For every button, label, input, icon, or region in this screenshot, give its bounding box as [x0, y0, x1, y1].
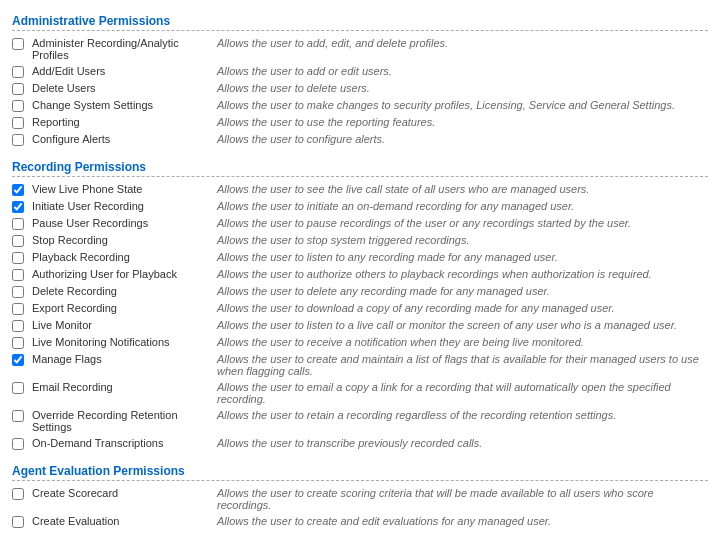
- permission-row: Administer Recording/Analytic ProfilesAl…: [12, 35, 708, 63]
- section-header-administrative: Administrative Permissions: [12, 8, 708, 31]
- configure-alerts-input-col: [12, 133, 32, 146]
- view-live-phone-state-checkbox[interactable]: [12, 184, 24, 196]
- live-monitoring-notifications-desc: Allows the user to receive a notificatio…: [217, 336, 708, 348]
- pause-user-recordings-input-col: [12, 217, 32, 230]
- administer-recording-label: Administer Recording/Analytic Profiles: [32, 37, 217, 61]
- permission-row: Email RecordingAllows the user to email …: [12, 379, 708, 407]
- manage-flags-checkbox[interactable]: [12, 354, 24, 366]
- section-agent-evaluation: Agent Evaluation PermissionsCreate Score…: [12, 458, 708, 530]
- permission-row: Delete UsersAllows the user to delete us…: [12, 80, 708, 97]
- pause-user-recordings-checkbox[interactable]: [12, 218, 24, 230]
- manage-flags-label: Manage Flags: [32, 353, 217, 365]
- add-edit-users-label: Add/Edit Users: [32, 65, 217, 77]
- stop-recording-label: Stop Recording: [32, 234, 217, 246]
- override-recording-retention-desc: Allows the user to retain a recording re…: [217, 409, 708, 421]
- live-monitoring-notifications-checkbox[interactable]: [12, 337, 24, 349]
- live-monitor-checkbox[interactable]: [12, 320, 24, 332]
- authorizing-user-playback-desc: Allows the user to authorize others to p…: [217, 268, 708, 280]
- authorizing-user-playback-input-col: [12, 268, 32, 281]
- export-recording-checkbox[interactable]: [12, 303, 24, 315]
- change-system-settings-input-col: [12, 99, 32, 112]
- delete-recording-checkbox[interactable]: [12, 286, 24, 298]
- initiate-user-recording-label: Initiate User Recording: [32, 200, 217, 212]
- authorizing-user-playback-label: Authorizing User for Playback: [32, 268, 217, 280]
- manage-flags-desc: Allows the user to create and maintain a…: [217, 353, 708, 377]
- view-live-phone-state-input-col: [12, 183, 32, 196]
- permission-row: Manage FlagsAllows the user to create an…: [12, 351, 708, 379]
- permission-row: ReportingAllows the user to use the repo…: [12, 114, 708, 131]
- override-recording-retention-input-col: [12, 409, 32, 422]
- playback-recording-checkbox[interactable]: [12, 252, 24, 264]
- authorizing-user-playback-checkbox[interactable]: [12, 269, 24, 281]
- create-evaluation-checkbox[interactable]: [12, 516, 24, 528]
- administer-recording-input-col: [12, 37, 32, 50]
- delete-users-input-col: [12, 82, 32, 95]
- reporting-label: Reporting: [32, 116, 217, 128]
- view-live-phone-state-label: View Live Phone State: [32, 183, 217, 195]
- section-header-agent-evaluation: Agent Evaluation Permissions: [12, 458, 708, 481]
- configure-alerts-label: Configure Alerts: [32, 133, 217, 145]
- administer-recording-checkbox[interactable]: [12, 38, 24, 50]
- section-vocal-coach: Vocal Coach PermissionsAnalytics Adminis…: [12, 536, 708, 541]
- permission-row: Live Monitoring NotificationsAllows the …: [12, 334, 708, 351]
- email-recording-desc: Allows the user to email a copy a link f…: [217, 381, 708, 405]
- initiate-user-recording-checkbox[interactable]: [12, 201, 24, 213]
- permission-row: Create EvaluationAllows the user to crea…: [12, 513, 708, 530]
- delete-recording-input-col: [12, 285, 32, 298]
- reporting-input-col: [12, 116, 32, 129]
- override-recording-retention-label: Override Recording Retention Settings: [32, 409, 217, 433]
- live-monitoring-notifications-input-col: [12, 336, 32, 349]
- delete-recording-label: Delete Recording: [32, 285, 217, 297]
- delete-recording-desc: Allows the user to delete any recording …: [217, 285, 708, 297]
- section-administrative: Administrative PermissionsAdminister Rec…: [12, 8, 708, 148]
- configure-alerts-desc: Allows the user to configure alerts.: [217, 133, 708, 145]
- override-recording-retention-checkbox[interactable]: [12, 410, 24, 422]
- on-demand-transcriptions-checkbox[interactable]: [12, 438, 24, 450]
- playback-recording-label: Playback Recording: [32, 251, 217, 263]
- section-header-recording: Recording Permissions: [12, 154, 708, 177]
- add-edit-users-checkbox[interactable]: [12, 66, 24, 78]
- section-recording: Recording PermissionsView Live Phone Sta…: [12, 154, 708, 452]
- create-scorecard-desc: Allows the user to create scoring criter…: [217, 487, 708, 511]
- playback-recording-input-col: [12, 251, 32, 264]
- permission-row: Live MonitorAllows the user to listen to…: [12, 317, 708, 334]
- section-header-vocal-coach: Vocal Coach Permissions: [12, 536, 708, 541]
- permission-row: Export RecordingAllows the user to downl…: [12, 300, 708, 317]
- export-recording-desc: Allows the user to download a copy of an…: [217, 302, 708, 314]
- permissions-container: Administrative PermissionsAdminister Rec…: [0, 0, 720, 541]
- change-system-settings-checkbox[interactable]: [12, 100, 24, 112]
- create-evaluation-desc: Allows the user to create and edit evalu…: [217, 515, 708, 527]
- view-live-phone-state-desc: Allows the user to see the live call sta…: [217, 183, 708, 195]
- stop-recording-input-col: [12, 234, 32, 247]
- live-monitor-input-col: [12, 319, 32, 332]
- live-monitor-desc: Allows the user to listen to a live call…: [217, 319, 708, 331]
- configure-alerts-checkbox[interactable]: [12, 134, 24, 146]
- permission-row: Configure AlertsAllows the user to confi…: [12, 131, 708, 148]
- reporting-checkbox[interactable]: [12, 117, 24, 129]
- email-recording-checkbox[interactable]: [12, 382, 24, 394]
- create-scorecard-input-col: [12, 487, 32, 500]
- delete-users-checkbox[interactable]: [12, 83, 24, 95]
- create-evaluation-input-col: [12, 515, 32, 528]
- live-monitoring-notifications-label: Live Monitoring Notifications: [32, 336, 217, 348]
- change-system-settings-label: Change System Settings: [32, 99, 217, 111]
- create-evaluation-label: Create Evaluation: [32, 515, 217, 527]
- stop-recording-checkbox[interactable]: [12, 235, 24, 247]
- add-edit-users-desc: Allows the user to add or edit users.: [217, 65, 708, 77]
- add-edit-users-input-col: [12, 65, 32, 78]
- create-scorecard-checkbox[interactable]: [12, 488, 24, 500]
- on-demand-transcriptions-desc: Allows the user to transcribe previously…: [217, 437, 708, 449]
- live-monitor-label: Live Monitor: [32, 319, 217, 331]
- on-demand-transcriptions-input-col: [12, 437, 32, 450]
- permission-row: View Live Phone StateAllows the user to …: [12, 181, 708, 198]
- permission-row: Stop RecordingAllows the user to stop sy…: [12, 232, 708, 249]
- playback-recording-desc: Allows the user to listen to any recordi…: [217, 251, 708, 263]
- manage-flags-input-col: [12, 353, 32, 366]
- email-recording-label: Email Recording: [32, 381, 217, 393]
- permission-row: On-Demand TranscriptionsAllows the user …: [12, 435, 708, 452]
- initiate-user-recording-input-col: [12, 200, 32, 213]
- permission-row: Delete RecordingAllows the user to delet…: [12, 283, 708, 300]
- email-recording-input-col: [12, 381, 32, 394]
- change-system-settings-desc: Allows the user to make changes to secur…: [217, 99, 708, 111]
- permission-row: Add/Edit UsersAllows the user to add or …: [12, 63, 708, 80]
